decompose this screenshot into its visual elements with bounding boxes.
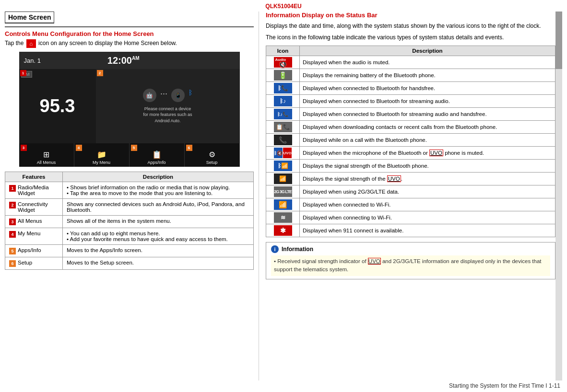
desc-cell: Displayed when connecting to Wi-Fi. <box>300 211 555 224</box>
table-row: 2 ConnectivityWidget Shows any connected… <box>5 199 254 216</box>
bt-muted-icon: ᛒ🔇 UVO <box>274 148 292 158</box>
desc-cell: Displayed when the microphone of the Blu… <box>300 147 555 160</box>
screen-frequency: 95.3 <box>40 96 75 116</box>
table-row: 4 My Menu You can add up to eight menus … <box>5 228 254 245</box>
screen-menu-all-menus: 3 ⊞ All Menus <box>19 143 74 167</box>
desc-cell: Moves to the Setup screen. <box>63 257 254 270</box>
table-row: 6 Setup Moves to the Setup screen. <box>5 257 254 270</box>
uvo-text-2: UVO <box>387 175 401 182</box>
all-menus-icon: ⊞ <box>43 150 49 159</box>
connect-icons: 🤖 ··· 📱 ᛒ <box>143 89 192 102</box>
desc-cell: Displayed when connected to Bluetooth fo… <box>300 108 555 121</box>
dots-icon: ··· <box>160 89 167 102</box>
page-title: QLK51004EU <box>265 3 301 10</box>
data-icon: 2G 3G LTE <box>274 186 292 197</box>
my-menu-icon: 📁 <box>97 150 106 159</box>
audio-muted-icon: Audio 🔇 <box>274 57 292 68</box>
table-row: ≋ Displayed when connecting to Wi-Fi. <box>266 211 555 224</box>
badge-4: 4 <box>76 145 82 151</box>
section-title: Home Screen <box>5 12 54 23</box>
page-footer: Starting the System for the First Time I… <box>0 380 567 392</box>
badge-6-table: 6 <box>9 260 16 267</box>
info-box-text: • Received signal strength indicator of … <box>271 255 550 276</box>
desc-cell: Shows all of the items in the system men… <box>63 216 254 228</box>
table-row: ✱ Displayed when 911 connect is availabl… <box>266 224 555 237</box>
icon-cell: ᛒ♪📞 <box>266 108 300 121</box>
badge-4-table: 4 <box>9 231 16 238</box>
emergency-icon: ✱ <box>274 225 292 236</box>
screen-top-bar: Jan. 1 12:00AM <box>19 52 240 69</box>
table-row: ᛒ♪📞 Displayed when connected to Bluetoot… <box>266 108 555 121</box>
table-row: ᛒ📶 Displays the signal strength of the B… <box>266 160 555 173</box>
uvo-text-info: UVO <box>368 258 381 265</box>
icon-cell: ✱ <box>266 224 300 237</box>
description-col-header: Description <box>63 172 254 182</box>
page-header: QLK51004EU <box>0 0 567 12</box>
desc-cell: Shows brief information on the radio or … <box>63 182 254 199</box>
bt-signal-icon: ᛒ📶 <box>274 161 292 171</box>
apps-info-icon: 📋 <box>152 150 162 159</box>
feature-cell: 1 Radio/MediaWidget <box>5 182 63 199</box>
status-table: Icon Description Audio 🔇 Displayed when … <box>266 46 555 237</box>
table-row: 📶 Displays the signal strength of the UV… <box>266 173 555 185</box>
table-row: 2G 3G LTE Displayed when using 2G/3G/LTE… <box>266 185 555 198</box>
desc-cell: Displayed when 911 connect is available. <box>300 224 555 237</box>
icon-cell: 📞 <box>266 134 300 147</box>
screen-time: 12:00AM <box>107 55 140 66</box>
desc-cell: Shows any connected devices such as Andr… <box>63 199 254 216</box>
table-row: ᛒ♪ Displayed when connected to Bluetooth… <box>266 95 555 108</box>
feature-cell: 3 All Menus <box>5 216 63 228</box>
uvo-text: UVO <box>429 150 443 156</box>
intro-text: Tap the ⌂ icon on any screen to display … <box>5 39 254 48</box>
table-row: 5 Apps/Info Moves to the Apps/Info scree… <box>5 245 254 257</box>
screen-connect-panel: 2 🤖 ··· 📱 ᛒ Please connect a devicefor m… <box>96 69 240 143</box>
icon-cell: 📶 <box>266 198 300 211</box>
icon-col-header: Icon <box>266 46 300 56</box>
screen-menu-apps-info: 5 📋 Apps/Info <box>130 143 185 167</box>
right-column: Information Display on the Status Bar Di… <box>259 12 555 380</box>
icon-cell: ᛒ📞 <box>266 82 300 95</box>
desc-cell: Moves to the Apps/Info screen. <box>63 245 254 257</box>
icon-cell: ᛒ🔇 UVO <box>266 147 300 160</box>
features-col-header: Features <box>5 172 63 182</box>
bt-both-icon: ᛒ♪📞 <box>274 109 292 119</box>
screen-date: Jan. 1 <box>24 57 41 64</box>
badge-2-table: 2 <box>9 202 16 208</box>
bt-icon: ᛒ <box>189 89 192 102</box>
right-intro1: Displays the date and time, along with t… <box>266 22 555 30</box>
desc-cell: Displayed while on a call with the Bluet… <box>300 134 555 147</box>
desc-cell: Displays the signal strength of the UVO. <box>300 173 555 185</box>
icon-cell: 📶 <box>266 173 300 185</box>
icon-cell: Audio 🔇 <box>266 56 300 69</box>
scrollbar[interactable] <box>555 12 562 380</box>
bt-streaming-icon: ᛒ♪ <box>274 96 292 106</box>
feature-cell: 2 ConnectivityWidget <box>5 199 63 216</box>
desc-cell: Displayed when the audio is muted. <box>300 56 555 69</box>
information-box: i Information • Received signal strength… <box>266 242 555 279</box>
badge-1: 1 <box>20 70 26 76</box>
right-section-title: Information Display on the Status Bar <box>266 12 555 19</box>
table-row: ᛒ🔇 UVO Displayed when the microphone of … <box>266 147 555 160</box>
table-row: 3 All Menus Shows all of the items in th… <box>5 216 254 228</box>
home-screen-preview: Jan. 1 12:00AM FM 1 95.3 <box>19 52 240 167</box>
screen-menu-my-menu: 4 📁 My Menu <box>74 143 130 167</box>
left-column: Home Screen Controls Menu Configuration … <box>5 12 259 380</box>
table-row: 1 Radio/MediaWidget Shows brief informat… <box>5 182 254 199</box>
screen-menu-setup: 6 ⚙ Setup <box>185 143 240 167</box>
icon-cell: 📋📞 <box>266 121 300 134</box>
badge-5-table: 5 <box>9 248 16 254</box>
feature-cell: 5 Apps/Info <box>5 245 63 257</box>
wifi-connected-icon: 📶 <box>274 199 292 210</box>
desc-cell: Displayed when connected to Wi-Fi. <box>300 198 555 211</box>
bt-contacts-icon: 📋📞 <box>274 122 292 132</box>
bt-call-icon: 📞 <box>274 135 292 145</box>
badge-3: 3 <box>21 145 27 151</box>
scrollbar-thumb[interactable] <box>555 12 562 69</box>
icon-cell: ≋ <box>266 211 300 224</box>
connect-message: Please connect a devicefor more features… <box>143 106 192 124</box>
icon-cell: ᛒ♪ <box>266 95 300 108</box>
subsection-title: Controls Menu Configuration for the Home… <box>5 30 254 37</box>
bt-handsfree-icon: ᛒ📞 <box>274 83 292 93</box>
table-row: 📞 Displayed while on a call with the Blu… <box>266 134 555 147</box>
desc-cell: Displayed when connected to Bluetooth fo… <box>300 82 555 95</box>
